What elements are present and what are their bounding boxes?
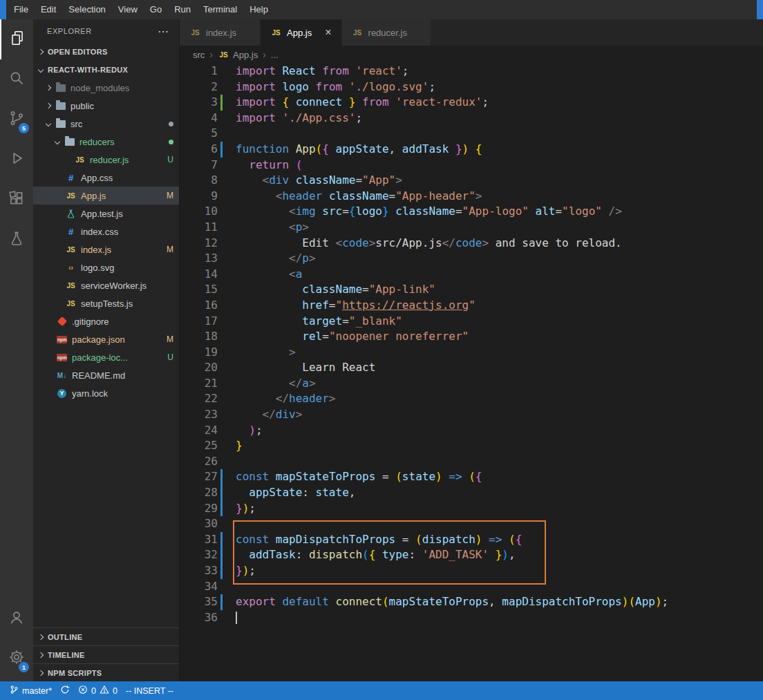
tree-item-src[interactable]: src	[33, 115, 179, 133]
tree-item-gitignore[interactable]: .gitignore	[33, 312, 179, 330]
menu-terminal[interactable]: Terminal	[197, 0, 243, 19]
code-line-29[interactable]: 29});	[180, 501, 763, 517]
tree-item-package-loc[interactable]: npmpackage-loc...U	[33, 348, 179, 366]
tab-app-js[interactable]: JSApp.js×	[261, 19, 341, 46]
code-line-14[interactable]: 14 <a	[180, 267, 763, 283]
code-line-11[interactable]: 11 <p>	[180, 220, 763, 236]
code-text: });	[236, 563, 256, 579]
code-line-3[interactable]: 3import { connect } from 'react-redux';	[180, 95, 763, 111]
code-line-26[interactable]: 26	[180, 454, 763, 470]
tree-item-label: index.css	[81, 227, 118, 237]
sidebar-spacer	[33, 402, 179, 627]
breadcrumb-item[interactable]: src	[193, 50, 205, 60]
section-workspace[interactable]: REACT-WITH-REDUX	[33, 61, 179, 79]
tree-item-reducers[interactable]: reducers	[33, 133, 179, 151]
tab-label: reducer.js	[368, 28, 407, 38]
code-line-32[interactable]: 32 addTask: dispatch({ type: 'ADD_TASK' …	[180, 547, 763, 563]
tree-item-yarn-lock[interactable]: Yyarn.lock	[33, 384, 179, 402]
code-line-31[interactable]: 31const mapDispatchToProps = (dispatch) …	[180, 532, 763, 548]
menu-selection[interactable]: Selection	[62, 0, 111, 19]
code-line-33[interactable]: 33});	[180, 563, 763, 579]
breadcrumb-item[interactable]: ...	[271, 50, 279, 60]
menu-file[interactable]: File	[8, 0, 35, 19]
code-line-22[interactable]: 22 </header>	[180, 391, 763, 407]
code-line-9[interactable]: 9 <header className="App-header">	[180, 189, 763, 205]
activity-extensions-button[interactable]	[0, 180, 33, 220]
git-gutter-mod-indicator	[220, 594, 223, 610]
code-line-20[interactable]: 20 Learn React	[180, 360, 763, 376]
tree-item-app-css[interactable]: #App.css	[33, 169, 179, 187]
code-line-7[interactable]: 7 return (	[180, 158, 763, 173]
editor-pane[interactable]: 1import React from 'react';2import logo …	[180, 64, 763, 681]
tree-item-reducer-js[interactable]: JSreducer.jsU	[33, 151, 179, 169]
code-line-1[interactable]: 1import React from 'react';	[180, 64, 763, 79]
code-text: href="https://reactjs.org"	[236, 298, 475, 314]
section-outline[interactable]: OUTLINE	[33, 627, 179, 645]
sync-button[interactable]	[56, 681, 74, 700]
code-line-2[interactable]: 2import logo from './logo.svg';	[180, 79, 763, 95]
tree-item-package-json[interactable]: npmpackage.jsonM	[33, 330, 179, 348]
more-actions-icon[interactable]: ⋯	[158, 25, 169, 38]
code-line-30[interactable]: 30	[180, 516, 763, 532]
tree-item-logo-svg[interactable]: ‹›logo.svg	[33, 258, 179, 276]
breadcrumb-item[interactable]: JSApp.js	[218, 49, 258, 60]
tab-reducer-js[interactable]: JSreducer.js	[342, 19, 431, 46]
activity-run-debug-button[interactable]	[0, 140, 33, 180]
section-open-editors[interactable]: OPEN EDITORS	[33, 43, 179, 61]
tree-item-readme-md[interactable]: M↓README.md	[33, 366, 179, 384]
tree-item-public[interactable]: public	[33, 97, 179, 115]
code-line-36[interactable]: 36	[180, 610, 763, 626]
code-line-17[interactable]: 17 target="_blank"	[180, 314, 763, 330]
code-line-25[interactable]: 25}	[180, 438, 763, 454]
code-line-18[interactable]: 18 rel="noopener noreferrer"	[180, 329, 763, 345]
activity-source-control-button[interactable]: 5	[0, 100, 33, 140]
tree-item-serviceworker-js[interactable]: JSserviceWorker.js	[33, 276, 179, 294]
menu-help[interactable]: Help	[243, 0, 274, 19]
error-icon	[78, 685, 88, 697]
code-line-16[interactable]: 16 href="https://reactjs.org"	[180, 298, 763, 314]
close-icon[interactable]: ×	[325, 26, 331, 39]
folder-icon	[55, 82, 66, 93]
code-line-28[interactable]: 28 appState: state,	[180, 485, 763, 501]
tree-item-app-js[interactable]: JSApp.jsM	[33, 187, 179, 205]
tree-item-node-modules[interactable]: node_modules	[33, 79, 179, 97]
code-line-34[interactable]: 34	[180, 579, 763, 595]
code-line-27[interactable]: 27const mapStateToProps = (state) => ({	[180, 469, 763, 485]
problems-button[interactable]: 0 0	[74, 681, 122, 700]
section-npm-scripts[interactable]: NPM SCRIPTS	[33, 663, 179, 681]
code-line-6[interactable]: 6function App({ appState, addTask }) {	[180, 142, 763, 158]
code-line-24[interactable]: 24 );	[180, 423, 763, 439]
gutter-spacer	[220, 391, 223, 407]
menu-go[interactable]: Go	[144, 0, 168, 19]
git-branch-button[interactable]: master*	[6, 681, 56, 700]
section-timeline[interactable]: TIMELINE	[33, 645, 179, 663]
code-line-8[interactable]: 8 <div className="App">	[180, 173, 763, 189]
activity-search-button[interactable]	[0, 59, 33, 100]
code-line-4[interactable]: 4import './App.css';	[180, 111, 763, 126]
code-line-35[interactable]: 35export default connect(mapStateToProps…	[180, 594, 763, 610]
code-text: </a>	[236, 376, 316, 392]
code-line-21[interactable]: 21 </a>	[180, 376, 763, 392]
code-line-12[interactable]: 12 Edit <code>src/App.js</code> and save…	[180, 236, 763, 252]
test-file-icon	[65, 208, 77, 219]
code-line-5[interactable]: 5	[180, 126, 763, 142]
menu-run[interactable]: Run	[168, 0, 197, 19]
menu-view[interactable]: View	[112, 0, 144, 19]
tree-item-app-test-js[interactable]: App.test.js	[33, 205, 179, 223]
tree-item-setuptests-js[interactable]: JSsetupTests.js	[33, 294, 179, 312]
activity-explorer-button[interactable]	[0, 19, 33, 59]
code-line-15[interactable]: 15 className="App-link"	[180, 282, 763, 298]
tree-item-index-js[interactable]: JSindex.jsM	[33, 240, 179, 258]
account-button[interactable]	[0, 598, 33, 638]
code-line-13[interactable]: 13 </p>	[180, 251, 763, 267]
code-line-10[interactable]: 10 <img src={logo} className="App-logo" …	[180, 204, 763, 220]
code-line-19[interactable]: 19 >	[180, 345, 763, 361]
code-line-23[interactable]: 23 </div>	[180, 407, 763, 423]
activity-testing-button[interactable]	[0, 220, 33, 260]
line-number: 31	[180, 532, 218, 548]
breadcrumb-label: ...	[271, 50, 279, 60]
menu-edit[interactable]: Edit	[35, 0, 62, 19]
settings-button[interactable]: 1	[0, 638, 33, 679]
tab-index-js[interactable]: JSindex.js	[180, 19, 261, 46]
tree-item-index-css[interactable]: #index.css	[33, 223, 179, 240]
